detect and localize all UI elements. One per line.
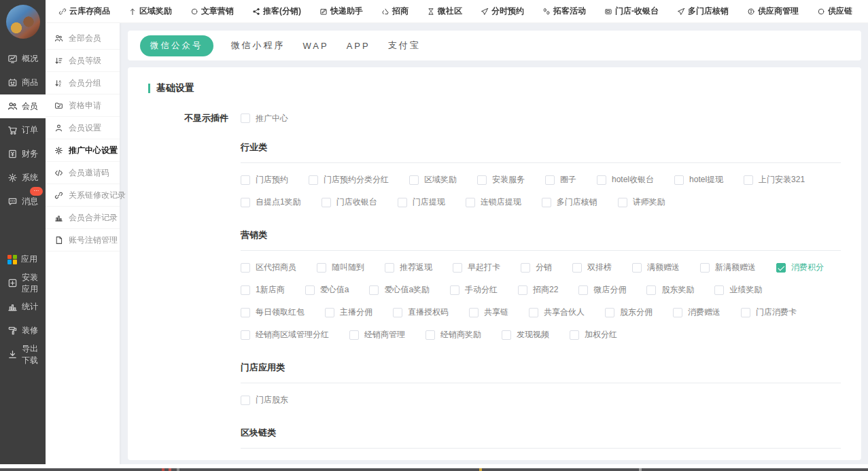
checkbox-box[interactable] bbox=[673, 308, 682, 317]
plugin-checkbox[interactable]: 手动分红 bbox=[450, 284, 498, 296]
avatar[interactable] bbox=[6, 5, 40, 39]
plugin-checkbox[interactable]: 门店收银台 bbox=[322, 196, 377, 208]
topbar-item[interactable]: 分时预约 bbox=[481, 5, 524, 17]
topbar-item[interactable]: 供应商管理 bbox=[747, 5, 799, 17]
sidebar-item-members[interactable]: 会员 bbox=[0, 94, 46, 118]
sidebar-item-overview[interactable]: 概况 bbox=[0, 47, 46, 71]
sidebar-item-decorate[interactable]: 装修 bbox=[0, 319, 46, 343]
submenu-item-member-level[interactable]: 会员等级 bbox=[46, 50, 120, 72]
checkbox-box[interactable] bbox=[518, 285, 527, 295]
plugin-checkbox[interactable]: 经销商区域管理分红 bbox=[241, 329, 329, 341]
plugin-checkbox[interactable]: 门店预约 bbox=[241, 174, 288, 186]
plugin-checkbox[interactable]: 爱心值a奖励 bbox=[369, 284, 430, 296]
checkbox-box[interactable] bbox=[632, 263, 642, 273]
plugin-checkbox[interactable]: 门店预约分类分红 bbox=[309, 174, 389, 186]
topbar-item[interactable]: 云库存商品 bbox=[58, 5, 110, 17]
checkbox-box[interactable] bbox=[597, 175, 606, 185]
checkbox-box[interactable] bbox=[393, 308, 402, 317]
checkbox-box[interactable] bbox=[674, 175, 684, 185]
plugin-checkbox[interactable]: 随叫随到 bbox=[317, 262, 364, 273]
submenu-item-promotion-center-settings[interactable]: 推广中心设置 bbox=[46, 139, 120, 162]
plugin-checkbox[interactable]: 分销 bbox=[521, 262, 552, 273]
checkbox-box[interactable] bbox=[605, 308, 614, 317]
sidebar-item-install-apps[interactable]: 安装应用 bbox=[0, 271, 46, 295]
plugin-checkbox[interactable]: 经销商奖励 bbox=[426, 329, 481, 341]
plugin-checkbox[interactable]: 区代招商员 bbox=[241, 262, 296, 273]
checkbox-box[interactable] bbox=[322, 198, 331, 207]
tab[interactable]: WAP bbox=[303, 41, 329, 51]
plugin-checkbox[interactable]: 区域奖励 bbox=[409, 174, 457, 186]
sidebar-item-apps[interactable]: 应用 bbox=[0, 247, 46, 271]
sidebar-item-message[interactable]: 消息··· bbox=[0, 190, 46, 213]
checkbox-box[interactable] bbox=[646, 285, 656, 295]
topbar-item[interactable]: 快递助手 bbox=[319, 5, 363, 17]
plugin-checkbox[interactable]: 共享链 bbox=[469, 307, 508, 318]
plugin-checkbox[interactable]: 微店分佣 bbox=[578, 284, 626, 296]
checkbox-box[interactable] bbox=[241, 396, 250, 405]
tab[interactable]: 微信公众号 bbox=[140, 35, 213, 56]
plugin-checkbox[interactable]: hotel提现 bbox=[674, 174, 723, 186]
checkbox-box[interactable] bbox=[325, 308, 334, 317]
topbar-item[interactable]: 推客(分销) bbox=[252, 5, 301, 17]
sidebar-item-export-download[interactable]: 导出下载 bbox=[0, 343, 46, 366]
plugin-checkbox[interactable]: 新满额赠送 bbox=[700, 262, 756, 273]
submenu-item-member-settings[interactable]: 会员设置 bbox=[46, 117, 120, 139]
checkbox-box[interactable] bbox=[572, 263, 582, 273]
checkbox-box[interactable] bbox=[241, 330, 250, 340]
checkbox-box[interactable] bbox=[241, 114, 250, 123]
checkbox-box[interactable] bbox=[309, 175, 318, 185]
plugin-checkbox[interactable]: 消费积分 bbox=[776, 262, 824, 273]
checkbox-box[interactable] bbox=[502, 330, 511, 340]
plugin-checkbox[interactable]: 主播分佣 bbox=[325, 307, 372, 318]
checkbox-box[interactable] bbox=[426, 330, 435, 340]
checkbox-box[interactable] bbox=[241, 198, 250, 207]
checkbox-box[interactable] bbox=[409, 175, 419, 185]
plugin-checkbox[interactable]: 消费赠送 bbox=[673, 307, 721, 318]
topbar-item[interactable]: 文章营销 bbox=[190, 5, 234, 17]
checkbox-box[interactable] bbox=[477, 175, 487, 185]
checkbox-box[interactable] bbox=[741, 308, 750, 317]
plugin-checkbox[interactable]: hotel收银台 bbox=[597, 174, 654, 186]
submenu-item-merge-log[interactable]: 会员合并记录 bbox=[46, 207, 120, 229]
topbar-item[interactable]: 拓客活动 bbox=[542, 5, 586, 17]
plugin-checkbox[interactable]: 安装服务 bbox=[477, 174, 525, 186]
checkbox-box[interactable] bbox=[450, 285, 459, 295]
submenu-item-invite-code[interactable]: 会员邀请码 bbox=[46, 162, 120, 184]
tab[interactable]: APP bbox=[347, 41, 370, 51]
plugin-checkbox[interactable]: 多门店核销 bbox=[542, 196, 597, 208]
plugin-checkbox[interactable]: 经销商管理 bbox=[349, 329, 405, 341]
plugin-checkbox[interactable]: 连锁店提现 bbox=[466, 196, 521, 208]
checkbox-box[interactable] bbox=[453, 263, 462, 273]
checkbox-box[interactable] bbox=[618, 198, 627, 207]
plugin-checkbox[interactable]: 讲师奖励 bbox=[618, 196, 665, 208]
sidebar-item-stats[interactable]: 统计 bbox=[0, 295, 46, 319]
submenu-item-relation-log[interactable]: 关系链修改记录 bbox=[46, 184, 120, 207]
sidebar-item-system[interactable]: 系统 bbox=[0, 166, 46, 190]
checkbox-box[interactable] bbox=[241, 263, 250, 273]
topbar-item[interactable]: 供应链 bbox=[817, 5, 852, 17]
plugin-checkbox[interactable]: 双排榜 bbox=[572, 262, 612, 273]
topbar-item[interactable]: 招商 bbox=[381, 5, 409, 17]
checkbox-box[interactable] bbox=[744, 175, 753, 185]
checkbox-box[interactable] bbox=[385, 263, 394, 273]
checkbox-box[interactable] bbox=[369, 285, 379, 295]
plugin-checkbox[interactable]: 推荐返现 bbox=[385, 262, 432, 273]
plugin-checkbox[interactable]: 满额赠送 bbox=[632, 262, 680, 273]
plugin-checkbox[interactable]: 早起打卡 bbox=[453, 262, 500, 273]
submenu-item-qualification[interactable]: 资格申请 bbox=[46, 94, 120, 117]
plugin-checkbox[interactable]: 爱心值a bbox=[305, 284, 349, 296]
checkbox-box[interactable] bbox=[570, 330, 579, 340]
submenu-item-all-members[interactable]: 全部会员 bbox=[46, 27, 120, 50]
tab[interactable]: 微信小程序 bbox=[231, 39, 285, 52]
checkbox-box[interactable] bbox=[241, 175, 250, 185]
checkbox-box[interactable] bbox=[542, 198, 551, 207]
plugin-checkbox[interactable]: 门店提现 bbox=[398, 196, 445, 208]
plugin-checkbox[interactable]: 直播授权码 bbox=[393, 307, 449, 318]
plugin-checkbox[interactable]: 发现视频 bbox=[502, 329, 549, 341]
checkbox-box[interactable] bbox=[776, 263, 786, 273]
sidebar-item-goods[interactable]: 商品 bbox=[0, 71, 46, 94]
plugin-checkbox[interactable]: 招商22 bbox=[518, 284, 558, 296]
checkbox-box[interactable] bbox=[305, 285, 315, 295]
tab[interactable]: 支付宝 bbox=[388, 39, 421, 52]
plugin-checkbox[interactable]: 共享合伙人 bbox=[529, 307, 585, 318]
